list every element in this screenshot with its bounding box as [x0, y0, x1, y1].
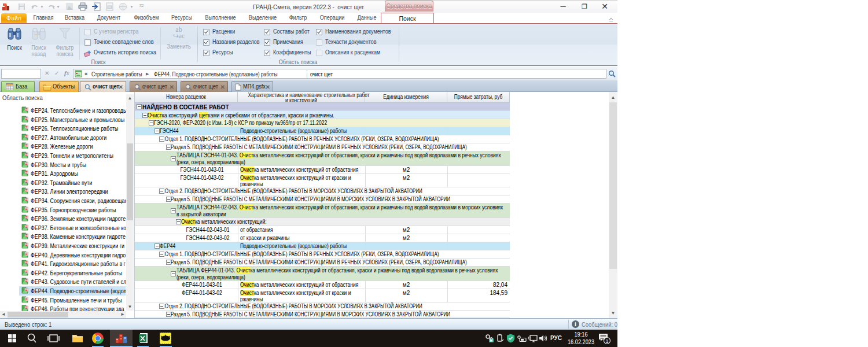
svg-text:1: 1: [605, 338, 608, 344]
